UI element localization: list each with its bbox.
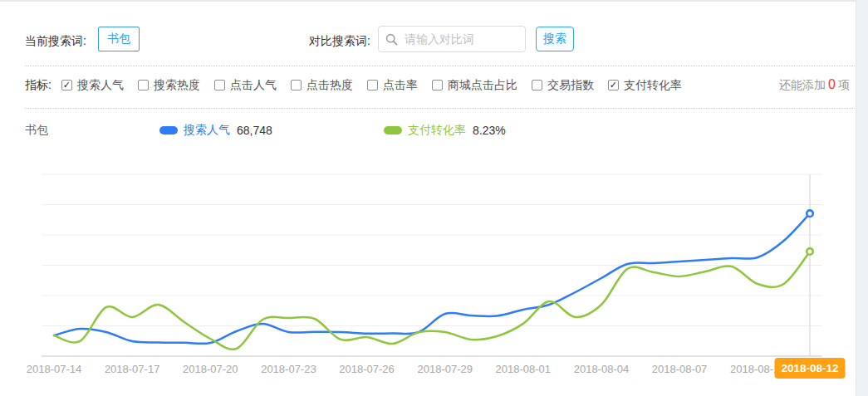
metric-checkbox-item[interactable]: ✓支付转化率 [608,78,682,93]
search-icon [385,33,398,46]
series-line-payment-conversion [54,252,810,350]
x-axis-label: 2018-08-07 [642,363,717,375]
metric-label: 商城点击占比 [448,78,517,93]
legend-swatch [159,126,178,134]
compare-input[interactable] [403,32,518,46]
page-background-strip [856,0,868,396]
search-button[interactable]: 搜索 [536,27,574,51]
metric-checkbox-item[interactable]: 点击率 [367,78,418,93]
metrics-label: 指标: [25,78,51,93]
metric-checkbox-item[interactable]: 搜索热度 [138,78,200,93]
remaining-suffix: 项 [838,78,850,91]
endpoint-marker [807,210,813,217]
chart-canvas[interactable] [0,158,868,396]
x-axis-label: 2018-07-20 [173,363,248,375]
x-axis-label: 2018-07-17 [95,363,169,375]
metric-label: 点击率 [383,78,418,93]
legend-value: 68,748 [237,124,272,137]
legend-name: 支付转化率 [408,123,466,138]
x-axis-label: 2018-08-01 [486,363,561,375]
checkbox-unchecked-icon[interactable] [432,80,443,90]
metric-label: 点击人气 [230,78,277,93]
metric-checkbox-item[interactable]: 商城点击占比 [432,78,517,93]
keyword-trend-analysis-page: 当前搜索词: 书包 对比搜索词: 搜索 指标: ✓搜索人气搜索热度点击人气点击热… [0,0,868,396]
dotted-divider [25,108,855,109]
checkbox-unchecked-icon[interactable] [532,80,542,90]
checkbox-unchecked-icon[interactable] [214,80,225,90]
dotted-divider [25,66,855,66]
x-axis-label: 2018-08-04 [564,363,639,375]
checkbox-unchecked-icon[interactable] [138,80,149,90]
x-axis-label: 2018-07-23 [251,363,326,375]
compare-search-label: 对比搜索词: [309,34,370,49]
metric-checkbox-item[interactable]: ✓搜索人气 [61,78,124,93]
metric-label: 点击热度 [306,78,353,93]
x-axis-label: 2018-07-26 [330,363,405,375]
metric-checkbox-item[interactable]: 点击热度 [291,78,353,93]
legend-row: 书包 搜索人气 68,748 支付转化率 8.23% [0,123,868,139]
trend-chart[interactable]: 2018-07-142018-07-172018-07-202018-07-23… [0,158,868,396]
metric-label: 搜索热度 [154,78,200,93]
metrics-row: 指标: ✓搜索人气搜索热度点击人气点击热度点击率商城点击占比交易指数✓支付转化率… [25,77,850,93]
endpoint-marker [807,248,813,255]
remaining-add-text: 还能添加0项 [779,77,850,93]
remaining-prefix: 还能添加 [779,78,826,91]
current-search-label: 当前搜索词: [25,34,86,49]
checkbox-unchecked-icon[interactable] [291,80,302,90]
keyword-label: 书包 [25,123,48,138]
checkbox-checked-icon[interactable]: ✓ [608,80,619,90]
series-line-search-popularity [54,213,810,344]
legend-swatch [384,126,402,134]
x-axis-label: 2018-07-29 [408,363,483,375]
top-divider [0,0,868,2]
legend-value: 8.23% [473,124,506,137]
metric-list: ✓搜索人气搜索热度点击人气点击热度点击率商城点击占比交易指数✓支付转化率 [61,78,682,93]
metric-checkbox-item[interactable]: 点击人气 [214,78,277,93]
checkbox-checked-icon[interactable]: ✓ [61,80,72,90]
current-term-button[interactable]: 书包 [98,27,140,51]
metric-label: 支付转化率 [624,78,682,93]
x-axis-label: 2018-07-14 [17,363,91,375]
checkbox-unchecked-icon[interactable] [367,80,378,90]
remaining-count: 0 [826,77,838,91]
metric-checkbox-item[interactable]: 交易指数 [532,78,594,93]
legend-item-search-popularity[interactable]: 搜索人气 68,748 [159,123,272,138]
metric-label: 交易指数 [547,78,594,93]
axis-pointer-badge: 2018-08-12 [774,358,845,379]
legend-name: 搜索人气 [184,123,230,138]
compare-input-wrap[interactable] [378,26,526,52]
legend-item-payment-conversion[interactable]: 支付转化率 8.23% [384,123,506,138]
metric-label: 搜索人气 [77,78,124,93]
